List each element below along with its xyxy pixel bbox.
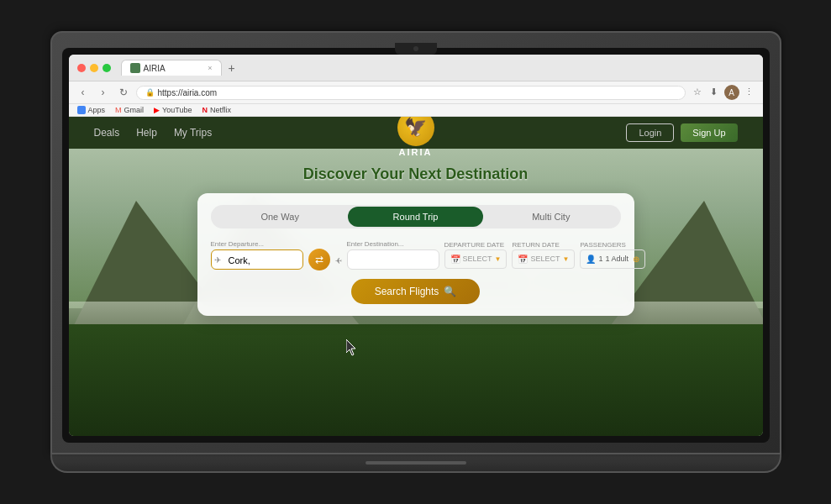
tab-one-way[interactable]: One Way — [213, 207, 348, 227]
account-icon[interactable]: A — [724, 85, 739, 100]
departure-label: Enter Departure... — [211, 240, 303, 248]
swap-icon: ⇄ — [315, 254, 323, 265]
return-date-label: RETURN DATE — [512, 241, 575, 249]
bookmark-icon[interactable]: ☆ — [691, 85, 704, 98]
address-bar[interactable]: 🔒 https://airia.com — [136, 86, 686, 100]
return-date-sub: SELECT — [530, 255, 560, 263]
close-window-button[interactable] — [77, 64, 86, 72]
tab-round-trip[interactable]: Round Trip — [348, 207, 483, 227]
bookmark-youtube[interactable]: ▶ YouTube — [154, 106, 192, 114]
bookmark-netflix-label: Netflix — [210, 106, 231, 114]
destination-field-group: Enter Destination... — [347, 240, 439, 270]
return-calendar-icon: 📅 — [518, 255, 528, 264]
bookmark-gmail[interactable]: M Gmail — [115, 106, 144, 114]
nav-help[interactable]: Help — [136, 127, 157, 139]
search-section: Discover Your Next Destination One Way R… — [69, 149, 763, 333]
bookmark-youtube-label: YouTube — [162, 106, 192, 114]
passenger-desc: 1 Adult — [605, 255, 629, 263]
bookmark-apps[interactable]: Apps — [77, 106, 106, 114]
trip-type-tabs: One Way Round Trip Multi City — [211, 205, 621, 228]
nav-actions: Login Sign Up — [626, 123, 737, 142]
plane-arrive-icon: ✈ — [335, 256, 342, 265]
toolbar-actions: ☆ ⬇ A ⋮ — [691, 85, 756, 100]
logo-icon — [397, 117, 434, 146]
ssl-lock-icon: 🔒 — [145, 88, 155, 97]
laptop-top: AIRIA × + ‹ › ↻ 🔒 https://airia.com — [50, 31, 781, 454]
site-nav: Deals Help My Trips AIRIA Login Sign Up — [69, 117, 763, 149]
browser-tab-airia[interactable]: AIRIA × — [121, 60, 222, 76]
traffic-lights — [77, 64, 111, 72]
forest-bg — [69, 324, 763, 436]
return-date-field: RETURN DATE 📅 SELECT ▼ — [512, 241, 575, 269]
nav-deals[interactable]: Deals — [94, 127, 120, 139]
tab-close-button[interactable]: × — [208, 64, 212, 72]
tab-favicon — [130, 63, 140, 73]
search-button-row: Search Flights 🔍 — [211, 279, 621, 304]
signup-button[interactable]: Sign Up — [681, 123, 737, 142]
browser-titlebar: AIRIA × + — [69, 55, 763, 81]
search-card: One Way Round Trip Multi City Enter Depa… — [197, 193, 634, 316]
new-tab-button[interactable]: + — [225, 61, 239, 75]
return-date-chevron: ▼ — [562, 255, 569, 263]
search-flights-icon: 🔍 — [444, 286, 456, 297]
passengers-picker[interactable]: 👤 1 1 Adult ⊕ — [580, 249, 645, 269]
browser-menu-icon[interactable]: ⋮ — [743, 85, 756, 98]
youtube-icon: ▶ — [154, 106, 160, 114]
download-icon[interactable]: ⬇ — [707, 85, 721, 98]
maximize-window-button[interactable] — [103, 64, 111, 72]
bookmarks-bar: Apps M Gmail ▶ YouTube N Netflix — [69, 104, 763, 117]
departure-field-group: Enter Departure... ✈ — [211, 240, 303, 270]
departure-date-chevron: ▼ — [495, 255, 502, 263]
departure-date-picker[interactable]: 📅 SELECT ▼ — [444, 249, 508, 269]
back-button[interactable]: ‹ — [76, 85, 91, 100]
bookmark-apps-label: Apps — [88, 106, 106, 114]
departure-calendar-icon: 📅 — [450, 255, 460, 264]
browser: AIRIA × + ‹ › ↻ 🔒 https://airia.com — [69, 55, 763, 436]
search-flights-label: Search Flights — [375, 286, 439, 297]
screen-bezel: AIRIA × + ‹ › ↻ 🔒 https://airia.com — [62, 48, 770, 443]
page-title: Discover Your Next Destination — [94, 165, 738, 183]
forward-button[interactable]: › — [96, 85, 111, 100]
search-flights-button[interactable]: Search Flights 🔍 — [351, 279, 481, 304]
reload-button[interactable]: ↻ — [116, 85, 131, 100]
destination-input[interactable] — [347, 249, 439, 270]
passengers-field: PASSENGERS 👤 1 1 Adult ⊕ — [580, 241, 645, 269]
departure-date-field: DEPARTURE DATE 📅 SELECT ▼ — [444, 241, 508, 269]
departure-date-label: DEPARTURE DATE — [444, 241, 508, 249]
nav-my-trips[interactable]: My Trips — [174, 127, 212, 139]
person-icon: 👤 — [586, 255, 596, 264]
bookmark-netflix[interactable]: N Netflix — [202, 106, 231, 114]
nav-links: Deals Help My Trips — [94, 127, 213, 139]
swap-button[interactable]: ⇄ — [308, 249, 330, 270]
passengers-plus-icon: ⊕ — [633, 255, 639, 264]
passengers-label: PASSENGERS — [580, 241, 645, 249]
tab-multi-city[interactable]: Multi City — [483, 207, 618, 227]
apps-icon — [77, 106, 86, 114]
return-date-picker[interactable]: 📅 SELECT ▼ — [512, 249, 575, 269]
laptop-bottom — [50, 454, 781, 473]
netflix-icon: N — [202, 106, 208, 114]
tab-bar: AIRIA × + — [121, 60, 755, 76]
passenger-count: 1 — [598, 255, 602, 263]
website-content: Deals Help My Trips AIRIA Login Sign Up — [69, 117, 763, 436]
plane-depart-icon: ✈ — [214, 255, 221, 264]
departure-input[interactable] — [211, 249, 303, 270]
search-form: Enter Departure... ✈ ⇄ — [211, 239, 621, 270]
laptop-camera — [395, 43, 437, 55]
tab-title: AIRIA — [144, 64, 166, 73]
laptop-shell: AIRIA × + ‹ › ↻ 🔒 https://airia.com — [50, 31, 781, 473]
bookmark-gmail-label: Gmail — [124, 106, 145, 114]
browser-toolbar: ‹ › ↻ 🔒 https://airia.com ☆ ⬇ A ⋮ — [69, 81, 763, 104]
minimize-window-button[interactable] — [90, 64, 98, 72]
gmail-icon: M — [115, 106, 122, 114]
departure-date-sub: SELECT — [463, 255, 492, 263]
destination-label: Enter Destination... — [347, 240, 439, 248]
login-button[interactable]: Login — [626, 123, 674, 142]
address-url: https://airia.com — [158, 88, 218, 97]
